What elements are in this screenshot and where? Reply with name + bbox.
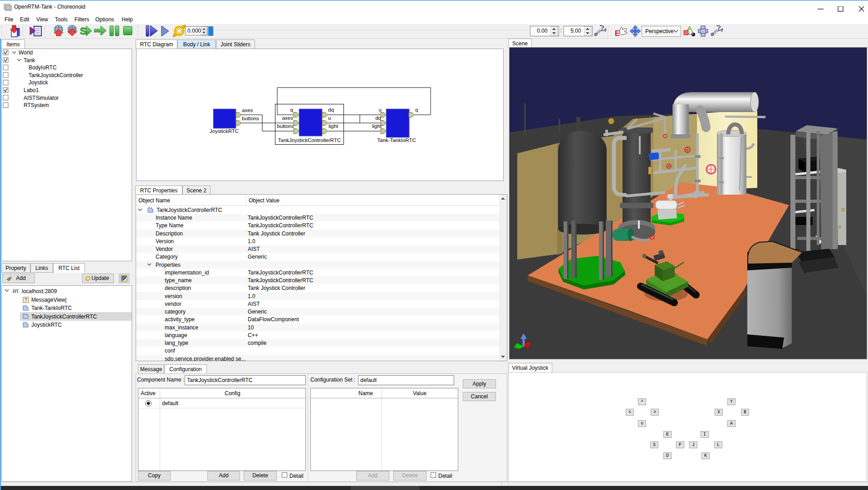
svg-text:version: version xyxy=(165,293,182,299)
svg-text:buttons: buttons xyxy=(242,116,259,121)
svg-text:RTSystem: RTSystem xyxy=(24,102,49,108)
svg-text:localhost:2809: localhost:2809 xyxy=(22,288,57,294)
svg-text:JoystickRTC: JoystickRTC xyxy=(31,322,62,328)
svg-text:AIST: AIST xyxy=(248,246,260,252)
svg-text:Tank Joystick Controller: Tank Joystick Controller xyxy=(248,230,305,237)
svg-text:u: u xyxy=(328,115,331,121)
svg-text:Generic: Generic xyxy=(248,254,267,260)
svg-text:AIST: AIST xyxy=(248,301,260,307)
svg-text:E: E xyxy=(615,29,620,37)
svg-text:category: category xyxy=(165,309,186,315)
svg-text:buttons: buttons xyxy=(277,123,294,129)
svg-text:Object Value: Object Value xyxy=(249,197,280,204)
svg-text:language: language xyxy=(165,332,187,338)
svg-text:implementation_id: implementation_id xyxy=(165,270,209,276)
svg-text:1.0: 1.0 xyxy=(248,238,255,245)
svg-text:Vendor: Vendor xyxy=(156,246,173,252)
svg-text:TankJoystickControllerRTC: TankJoystickControllerRTC xyxy=(248,222,314,229)
svg-text:vendor: vendor xyxy=(165,301,181,307)
svg-text:TankJoystickControllerRTC: TankJoystickControllerRTC xyxy=(248,270,314,276)
svg-text:Tank Joystick Controller: Tank Joystick Controller xyxy=(248,285,305,291)
svg-text:sdo.service.provider.enabled: sdo.service.provider.enabled se... xyxy=(165,356,246,362)
svg-text:MessageView|: MessageView| xyxy=(31,297,67,303)
svg-text:description: description xyxy=(165,285,191,291)
svg-text:Properties: Properties xyxy=(156,262,181,268)
svg-text:Tank: Tank xyxy=(24,57,35,64)
svg-text:TankJoystickControllerRTC: TankJoystickControllerRTC xyxy=(248,277,314,284)
svg-text:q: q xyxy=(290,107,293,113)
svg-text:Object Name: Object Name xyxy=(138,197,170,204)
svg-text:TankJoystickControllerRTC: TankJoystickControllerRTC xyxy=(248,215,314,221)
svg-text:BodyIoRTC: BodyIoRTC xyxy=(29,64,57,71)
svg-text:1.0: 1.0 xyxy=(248,293,255,299)
svg-text:Description: Description xyxy=(156,230,183,237)
svg-text:World: World xyxy=(19,49,33,56)
svg-text:Category: Category xyxy=(156,254,178,260)
svg-text:?: ? xyxy=(25,298,27,303)
svg-text:max_instance: max_instance xyxy=(165,324,198,331)
svg-text:activity_type: activity_type xyxy=(165,316,195,323)
svg-text:axes: axes xyxy=(242,108,253,113)
svg-text:JoystickRTC: JoystickRTC xyxy=(210,128,239,134)
svg-text:Tank-TankIoRTC: Tank-TankIoRTC xyxy=(377,137,416,143)
svg-text:q: q xyxy=(415,107,418,113)
svg-text:TankJoystickControllerRTC: TankJoystickControllerRTC xyxy=(278,137,341,143)
svg-text:u: u xyxy=(379,107,382,113)
svg-text:S: S xyxy=(80,25,87,37)
svg-text:dq: dq xyxy=(375,115,381,121)
svg-text:Tank-TankIoRTC: Tank-TankIoRTC xyxy=(31,305,72,311)
svg-text:C++: C++ xyxy=(248,332,258,338)
svg-text:type_name: type_name xyxy=(165,277,192,284)
svg-text:AISTSimulator: AISTSimulator xyxy=(24,95,59,101)
svg-text:conf: conf xyxy=(165,348,175,354)
svg-text:light: light xyxy=(372,123,382,129)
svg-text:Joystick: Joystick xyxy=(29,79,49,86)
svg-text:TankJoystickControllerRTC: TankJoystickControllerRTC xyxy=(31,314,97,320)
svg-text:10: 10 xyxy=(248,324,254,331)
svg-text:compile: compile xyxy=(248,340,267,346)
svg-text:Labo1: Labo1 xyxy=(24,87,39,93)
svg-text:DataFlowComponent: DataFlowComponent xyxy=(248,316,299,323)
svg-text:axes: axes xyxy=(282,115,294,121)
svg-text:lang_type: lang_type xyxy=(165,340,188,346)
svg-text:RT: RT xyxy=(13,289,19,294)
svg-text:TankJoystickControllerRTC: TankJoystickControllerRTC xyxy=(157,207,222,213)
svg-text:Version: Version xyxy=(156,238,174,245)
svg-text:Instance Name: Instance Name xyxy=(156,215,192,221)
svg-text:dq: dq xyxy=(328,107,334,113)
svg-text:light: light xyxy=(329,123,338,129)
svg-text:TankJoystickController: TankJoystickController xyxy=(29,72,83,78)
svg-text:Generic: Generic xyxy=(248,309,267,315)
svg-text:Type Name: Type Name xyxy=(156,222,184,229)
